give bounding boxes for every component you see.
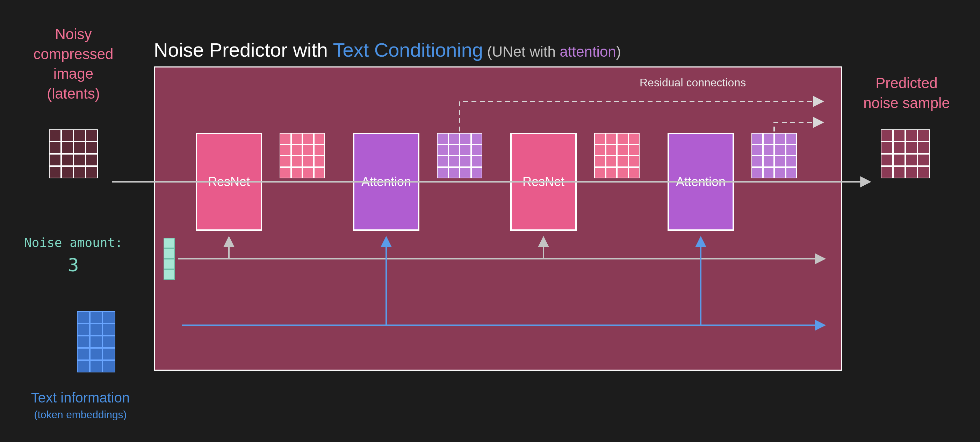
predicted-line1: Predicted [875, 75, 937, 91]
noisy-line4: (latents) [47, 85, 100, 102]
text-embeddings-grid-icon [77, 311, 115, 372]
noisy-line2: compressed [33, 46, 114, 62]
noisy-line1: Noisy [55, 26, 92, 42]
feature-grid-2-icon [437, 133, 482, 178]
resnet-block-2: ResNet [510, 133, 577, 231]
title-attention: attention [560, 43, 616, 60]
noisy-line3: image [54, 65, 93, 82]
diagram-title: Noise Predictor with Text Conditioning (… [154, 38, 621, 61]
title-unet: UNet with [492, 43, 560, 60]
resnet-label-1: ResNet [208, 174, 250, 189]
attention-label-2: Attention [676, 174, 725, 189]
title-suffix-open: ( [483, 43, 492, 60]
text-info-main: Text information [31, 390, 130, 405]
input-latents-grid-icon [49, 129, 98, 178]
noise-amount-value: 3 [21, 253, 126, 277]
noise-amount-label: Noise amount: 3 [21, 234, 126, 277]
noisy-latents-label: Noisy compressed image (latents) [21, 24, 126, 104]
title-suffix-close: ) [616, 43, 621, 60]
text-info-sub: (token embeddings) [21, 408, 140, 422]
text-info-label: Text information (token embeddings) [21, 388, 140, 422]
title-prefix: Noise Predictor with [154, 39, 333, 61]
residual-connections-label: Residual connections [640, 76, 746, 89]
attention-block-1: Attention [353, 133, 419, 231]
predicted-line2: noise sample [863, 95, 950, 111]
feature-grid-1-icon [280, 133, 325, 178]
attention-label-1: Attention [361, 174, 411, 189]
title-highlight: Text Conditioning [333, 39, 484, 61]
noise-amount-text: Noise amount: [24, 235, 123, 250]
timestep-embedding-icon [164, 238, 175, 280]
feature-grid-4-icon [751, 133, 797, 178]
feature-grid-3-icon [594, 133, 640, 178]
attention-block-2: Attention [668, 133, 734, 231]
resnet-block-1: ResNet [196, 133, 262, 231]
predicted-noise-label: Predicted noise sample [854, 73, 959, 113]
output-noise-grid-icon [881, 129, 930, 178]
resnet-label-2: ResNet [522, 174, 565, 189]
